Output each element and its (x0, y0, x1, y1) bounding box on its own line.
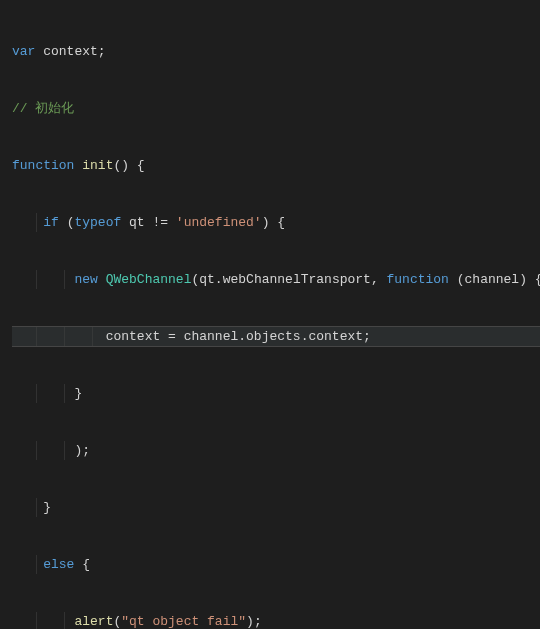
code-line-active[interactable]: context = channel.objects.context; (12, 326, 540, 347)
function-call: alert (74, 614, 113, 629)
indent (12, 500, 43, 515)
indent (12, 557, 43, 572)
punct: ( (59, 215, 75, 230)
code-line[interactable]: new QWebChannel(qt.webChannelTransport, … (12, 270, 540, 289)
code-line[interactable]: function init() { (12, 156, 540, 175)
code-line[interactable]: // 初始化 (12, 99, 540, 118)
punct: ); (74, 443, 90, 458)
string: 'undefined' (176, 215, 262, 230)
class-name: QWebChannel (106, 272, 192, 287)
indent (12, 614, 74, 629)
comment: // 初始化 (12, 101, 74, 116)
code-line[interactable]: } (12, 498, 540, 517)
text: (qt.webChannelTransport, (191, 272, 386, 287)
keyword: function (387, 272, 449, 287)
keyword: if (43, 215, 59, 230)
string: "qt object fail" (121, 614, 246, 629)
keyword: else (43, 557, 74, 572)
text: context = channel.objects.context; (106, 329, 371, 344)
code-editor[interactable]: var context; // 初始化 function init() { if… (0, 0, 540, 629)
code-line[interactable]: var context; (12, 42, 540, 61)
keyword: function (12, 158, 74, 173)
space (98, 272, 106, 287)
punct: { (74, 557, 90, 572)
punct: } (43, 500, 51, 515)
code-line[interactable]: if (typeof qt != 'undefined') { (12, 213, 540, 232)
punct: } (74, 386, 82, 401)
punct: (channel) { (449, 272, 540, 287)
indent (12, 443, 74, 458)
code-line[interactable]: alert("qt object fail"); (12, 612, 540, 629)
punct: () { (113, 158, 144, 173)
keyword: typeof (74, 215, 121, 230)
indent (12, 386, 74, 401)
text: qt != (121, 215, 176, 230)
identifier: context (35, 44, 97, 59)
code-line[interactable]: ); (12, 441, 540, 460)
indent (12, 272, 74, 287)
code-line[interactable]: else { (12, 555, 540, 574)
punct: ) { (262, 215, 285, 230)
punct: ; (98, 44, 106, 59)
indent (12, 215, 43, 230)
keyword: new (74, 272, 97, 287)
keyword: var (12, 44, 35, 59)
function-name: init (74, 158, 113, 173)
punct: ); (246, 614, 262, 629)
code-line[interactable]: } (12, 384, 540, 403)
